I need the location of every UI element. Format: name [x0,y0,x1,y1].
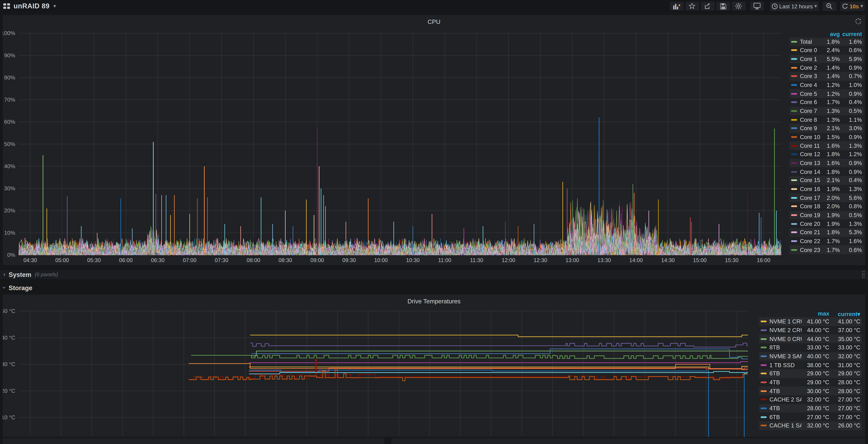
series-name[interactable]: NVME 3 SAMSUNG [769,353,801,359]
series-name[interactable]: Core 5 [800,91,822,97]
legend-row[interactable]: 4TB28.00 °C27.00 °C [759,404,862,413]
legend-row[interactable]: CACHE 2 SAMSUNG32.00 °C27.00 °C [759,395,862,404]
series-name[interactable]: CACHE 1 SAMSUNG [769,422,801,429]
series-name[interactable]: Core 19 [800,212,822,218]
series-name[interactable]: 4TB [769,379,801,385]
series-name[interactable]: 4TB [769,388,801,394]
legend-row[interactable]: NVME 1 CRUCIAL41.00 °C41.00 °C [759,317,862,326]
series-name[interactable]: 4TB [769,405,801,411]
series-name[interactable]: Core 17 [800,195,822,201]
series-name[interactable]: 6TB [769,371,801,377]
series-name[interactable]: Core 0 [800,48,822,54]
series-name[interactable]: Core 13 [800,160,822,166]
series-name[interactable]: NVME 1 CRUCIAL [769,319,801,325]
legend-row[interactable]: Core 211.8%5.3% [789,228,864,237]
series-name[interactable]: Core 18 [800,203,822,209]
legend-row[interactable]: Core 02.4%0.6% [789,46,864,55]
legend-row[interactable]: Core 71.3%0.5% [789,107,864,115]
series-name[interactable]: Core 12 [800,151,822,157]
legend-row[interactable]: Core 15.5%5.9% [789,55,864,63]
series-name[interactable]: Core 20 [800,221,822,227]
time-range-picker[interactable]: Last 12 hours ▾ [770,1,818,11]
legend-sort-max[interactable]: max [802,310,829,317]
legend-row[interactable]: Core 221.7%1.6% [789,237,864,245]
refresh-picker[interactable]: 10s ▾ [840,1,865,11]
legend-row[interactable]: Core 131.6%0.9% [789,159,864,168]
series-name[interactable]: Core 22 [800,238,822,244]
legend-row[interactable]: Core 141.8%0.9% [789,168,864,176]
legend-row[interactable]: Core 61.7%0.4% [789,98,864,107]
legend-row[interactable]: 4TB30.00 °C28.00 °C [759,387,862,395]
save-dashboard-button[interactable] [716,2,730,11]
star-dashboard-button[interactable] [685,2,699,11]
zoom-out-time-button[interactable] [823,1,836,11]
legend-row[interactable]: Core 201.9%1.3% [789,219,864,228]
series-name[interactable]: Core 16 [800,186,822,192]
legend-row[interactable]: Core 41.2%1.0% [789,81,864,89]
series-name[interactable]: Core 4 [800,82,822,88]
dashboard-settings-button[interactable] [732,2,745,11]
series-name[interactable]: 1 TB SSD [769,362,801,368]
row-system[interactable]: › System (6 panels) [0,270,868,279]
legend-row[interactable]: 4TB29.00 °C28.00 °C [759,378,862,387]
legend-row[interactable]: 8TB33.00 °C33.00 °C [759,343,862,352]
cycle-view-mode-button[interactable] [750,2,764,11]
series-name[interactable]: Core 2 [800,65,822,71]
legend-row[interactable]: Core 21.4%0.9% [789,63,864,72]
series-name[interactable]: Core 7 [800,108,822,114]
series-name[interactable]: Core 8 [800,117,822,123]
legend-row[interactable]: 6TB27.00 °C27.00 °C [759,413,862,421]
share-dashboard-button[interactable] [701,2,714,11]
legend-row[interactable]: Core 152.1%0.4% [789,176,864,185]
series-current-value: 1.0% [840,82,862,88]
legend-row[interactable]: Core 111.6%1.3% [789,141,864,150]
legend-row[interactable]: Core 81.3%1.1% [789,115,864,124]
dashboard-title-caret-icon[interactable]: ▾ [54,4,56,9]
legend-sort-current[interactable]: current▾ [829,310,860,317]
series-name[interactable]: Core 14 [800,169,822,175]
legend-row[interactable]: Core 231.7%0.6% [789,245,864,254]
legend-sort-avg[interactable]: avg [822,31,840,37]
series-name[interactable]: 6TB [769,414,801,420]
series-name[interactable]: Total [800,39,822,45]
series-name[interactable]: Core 11 [800,143,822,149]
legend-row[interactable]: Core 51.2%0.9% [789,89,864,98]
legend-row[interactable]: NVME 0 CRUCIAL44.00 °C35.00 °C [759,334,862,343]
legend-row[interactable]: CACHE 1 SAMSUNG32.00 °C26.00 °C [759,421,862,430]
series-avg-value: 1.2% [822,91,840,97]
drive-temps-chart-plot[interactable]: 50 °C40 °C30 °C20 °C10 °C0 °C04:3005:000… [3,295,755,437]
row-storage[interactable]: › Storage [0,283,868,292]
series-name[interactable]: Core 6 [800,99,822,106]
legend-row[interactable]: NVME 2 CRUCIAL44.00 °C37.00 °C [759,326,862,334]
series-name[interactable]: NVME 0 CRUCIAL [769,336,801,342]
legend-row[interactable]: Core 92.1%3.0% [789,124,864,133]
series-name[interactable]: 8TB [769,345,801,351]
series-name[interactable]: Core 15 [800,177,822,183]
series-name[interactable]: Core 1 [800,56,822,62]
legend-row[interactable]: Core 182.0%0.8% [789,202,864,211]
series-name[interactable]: Core 23 [800,247,822,253]
series-name[interactable]: Core 10 [800,134,822,140]
cpu-chart-plot[interactable]: 100%90%80%70%60%50%40%30%20%10%0%04:3005… [3,14,787,265]
legend-row[interactable]: NVME 3 SAMSUNG40.00 °C32.00 °C [759,352,862,361]
legend-row[interactable]: Core 161.9%1.3% [789,185,864,194]
row-drag-handle[interactable] [862,271,865,278]
series-name[interactable]: Core 9 [800,125,822,131]
series-name[interactable]: CACHE 2 SAMSUNG [769,396,801,403]
legend-row[interactable]: Core 172.0%5.6% [789,194,864,202]
legend-row[interactable]: Core 31.4%0.7% [789,72,864,81]
series-avg-value: 1.8% [822,39,840,45]
legend-row[interactable]: Core 121.8%1.2% [789,150,864,159]
series-name[interactable]: NVME 2 CRUCIAL [769,327,801,333]
legend-row[interactable]: Core 101.5%0.9% [789,133,864,142]
legend-row[interactable]: 6TB29.00 °C29.00 °C [759,369,862,378]
legend-sort-current[interactable]: current [840,31,862,37]
dashboards-grid-icon[interactable] [3,3,10,9]
add-panel-button[interactable] [670,2,683,11]
legend-row[interactable]: Total1.8%1.6% [789,37,864,46]
series-name[interactable]: Core 21 [800,229,822,235]
series-name[interactable]: Core 3 [800,73,822,80]
legend-row[interactable]: Core 191.9%0.5% [789,211,864,219]
dashboard-title[interactable]: unRAID 89 [13,2,50,10]
legend-row[interactable]: 1 TB SSD38.00 °C31.00 °C [759,360,862,369]
